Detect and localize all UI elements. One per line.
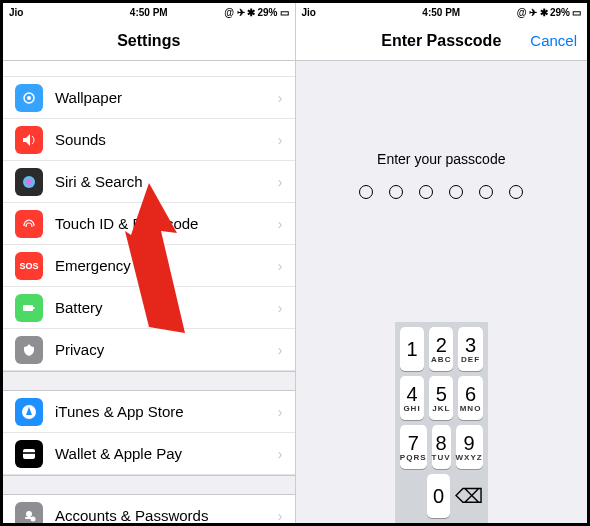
wallpaper-icon xyxy=(15,84,43,112)
chevron-right-icon: › xyxy=(278,404,283,420)
passcode-dot xyxy=(479,185,493,199)
svg-point-10 xyxy=(31,516,36,521)
row-label: Sounds xyxy=(55,131,106,148)
page-title: Settings xyxy=(117,32,180,50)
settings-row-sos[interactable]: SOSEmergency SOS› xyxy=(3,245,295,287)
passcode-screen: Jio 4:50 PM @ ✈ ✱ 29% ▭ Enter Passcode C… xyxy=(296,3,588,523)
keypad-7[interactable]: 7PQRS xyxy=(400,425,427,469)
settings-row-wallet[interactable]: Wallet & Apple Pay› xyxy=(3,433,295,475)
passcode-dot xyxy=(449,185,463,199)
chevron-right-icon: › xyxy=(278,508,283,524)
svg-rect-3 xyxy=(23,305,33,311)
chevron-right-icon: › xyxy=(278,300,283,316)
touchid-icon xyxy=(15,210,43,238)
chevron-right-icon: › xyxy=(278,132,283,148)
status-bar: Jio 4:50 PM @ ✈ ✱ 29% ▭ xyxy=(296,3,588,21)
settings-row-appstore[interactable]: iTunes & App Store› xyxy=(3,391,295,433)
chevron-right-icon: › xyxy=(278,258,283,274)
svg-point-2 xyxy=(23,176,35,188)
keypad-3[interactable]: 3DEF xyxy=(458,327,482,371)
chevron-right-icon: › xyxy=(278,446,283,462)
settings-row-sounds[interactable]: Sounds› xyxy=(3,119,295,161)
time-label: 4:50 PM xyxy=(3,7,295,18)
passcode-prompt: Enter your passcode xyxy=(377,151,505,167)
delete-icon: ⌫ xyxy=(455,486,483,506)
row-label: Battery xyxy=(55,299,103,316)
chevron-right-icon: › xyxy=(278,342,283,358)
nav-bar: Settings xyxy=(3,21,295,61)
row-label: Wallpaper xyxy=(55,89,122,106)
svg-point-8 xyxy=(26,511,32,517)
settings-row-privacy[interactable]: Privacy› xyxy=(3,329,295,371)
nav-bar: Enter Passcode Cancel xyxy=(296,21,588,61)
settings-row-touchid[interactable]: Touch ID & Passcode› xyxy=(3,203,295,245)
settings-row-battery[interactable]: Battery› xyxy=(3,287,295,329)
row-label: Wallet & Apple Pay xyxy=(55,445,182,462)
passcode-dots xyxy=(359,185,523,199)
keypad-1[interactable]: 1 xyxy=(400,327,424,371)
chevron-right-icon: › xyxy=(278,216,283,232)
group-separator xyxy=(3,371,295,391)
chevron-right-icon: › xyxy=(278,90,283,106)
appstore-icon xyxy=(15,398,43,426)
sounds-icon xyxy=(15,126,43,154)
siri-icon xyxy=(15,168,43,196)
keypad-0[interactable]: 0 xyxy=(427,474,449,518)
svg-rect-7 xyxy=(23,452,35,454)
keypad-2[interactable]: 2ABC xyxy=(429,327,453,371)
row-label: Emergency SOS xyxy=(55,257,167,274)
cancel-button[interactable]: Cancel xyxy=(530,32,577,49)
row-label: iTunes & App Store xyxy=(55,403,184,420)
row-label: Touch ID & Passcode xyxy=(55,215,198,232)
row-label: Siri & Search xyxy=(55,173,143,190)
row-label: Privacy xyxy=(55,341,104,358)
privacy-icon xyxy=(15,336,43,364)
settings-row-wallpaper[interactable]: Wallpaper› xyxy=(3,77,295,119)
svg-point-1 xyxy=(27,96,31,100)
passcode-dot xyxy=(419,185,433,199)
passcode-dot xyxy=(509,185,523,199)
status-bar: Jio 4:50 PM @ ✈ ✱ 29% ▭ xyxy=(3,3,295,21)
group-separator xyxy=(3,475,295,495)
settings-row-siri[interactable]: Siri & Search› xyxy=(3,161,295,203)
chevron-right-icon: › xyxy=(278,174,283,190)
row-label: Accounts & Passwords xyxy=(55,507,208,523)
keypad-5[interactable]: 5JKL xyxy=(429,376,453,420)
settings-list[interactable]: Wallpaper›Sounds›Siri & Search›Touch ID … xyxy=(3,61,295,523)
keypad-6[interactable]: 6MNO xyxy=(458,376,482,420)
row-cut[interactable] xyxy=(3,61,295,77)
keypad-9[interactable]: 9WXYZ xyxy=(456,425,483,469)
keypad-8[interactable]: 8TUV xyxy=(432,425,451,469)
battery-icon xyxy=(15,294,43,322)
passcode-dot xyxy=(359,185,373,199)
accounts-icon xyxy=(15,502,43,524)
page-title: Enter Passcode xyxy=(381,32,501,50)
keypad-spacer xyxy=(400,474,422,518)
settings-row-accounts[interactable]: Accounts & Passwords› xyxy=(3,495,295,523)
keypad-4[interactable]: 4GHI xyxy=(400,376,424,420)
time-label: 4:50 PM xyxy=(296,7,588,18)
sos-icon: SOS xyxy=(15,252,43,280)
settings-screen: Jio 4:50 PM @ ✈ ✱ 29% ▭ Settings Wallpap… xyxy=(3,3,296,523)
svg-rect-4 xyxy=(33,307,35,309)
keypad-delete[interactable]: ⌫ xyxy=(455,474,483,518)
passcode-dot xyxy=(389,185,403,199)
number-keypad: 12ABC3DEF4GHI5JKL6MNO7PQRS8TUV9WXYZ0⌫ xyxy=(395,322,488,523)
wallet-icon xyxy=(15,440,43,468)
